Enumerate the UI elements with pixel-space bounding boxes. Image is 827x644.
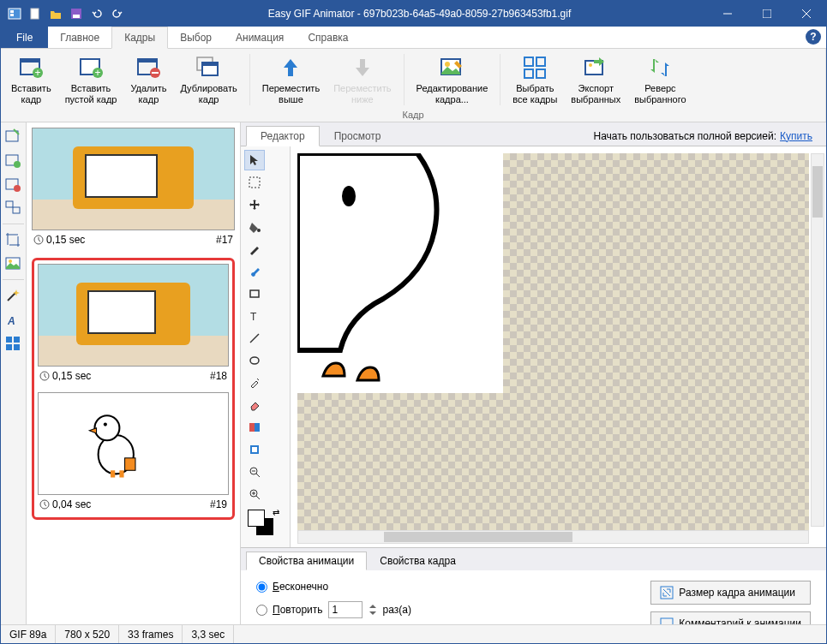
lt-wizard-icon[interactable] (3, 126, 23, 146)
ribbon-label: Переместить ниже (333, 83, 391, 105)
svg-rect-55 (249, 177, 260, 188)
svg-rect-27 (536, 57, 545, 66)
qat-open-icon[interactable] (47, 5, 64, 22)
lt-remove-frame-icon[interactable] (3, 174, 23, 194)
eyedropper-tool[interactable] (244, 373, 265, 393)
editor-tabs: Редактор Просмотр Начать пользоваться по… (241, 122, 826, 146)
statusbar: GIF 89a 780 x 520 33 frames 3,3 sec (1, 624, 826, 643)
clock-icon (39, 371, 50, 381)
select-all-frames-button[interactable]: Выбрать все кадры (506, 51, 564, 109)
minimize-button[interactable] (708, 1, 747, 27)
ribbon: + Вставить кадр + Вставить пустой кадр У… (1, 49, 826, 122)
ribbon-label: Дублировать кадр (180, 83, 237, 105)
lt-magic-icon[interactable] (3, 285, 23, 306)
svg-rect-28 (524, 69, 533, 78)
frame-size-button[interactable]: Размер кадра анимации (650, 581, 811, 605)
vertical-scrollbar[interactable] (811, 153, 824, 527)
qat-redo-icon[interactable] (109, 5, 126, 22)
svg-rect-52 (120, 470, 124, 477)
svg-rect-29 (536, 69, 545, 78)
lt-frames-icon[interactable] (3, 198, 23, 218)
tab-frame-props[interactable]: Свойства кадра (367, 552, 469, 570)
foreground-color[interactable] (248, 510, 265, 527)
ribbon-label: Переместить выше (262, 83, 320, 105)
frame-item[interactable]: 0,15 sec #17 (32, 128, 235, 249)
swap-colors-icon[interactable]: ⇄ (273, 508, 279, 517)
clock-icon (39, 499, 50, 510)
zoom-out-tool[interactable] (244, 462, 265, 482)
tab-preview[interactable]: Просмотр (320, 126, 396, 146)
pointer-tool[interactable] (244, 150, 265, 170)
duplicate-frame-button[interactable]: Дублировать кадр (173, 51, 243, 109)
insert-frame-button[interactable]: + Вставить кадр (4, 51, 58, 109)
frame-index: #17 (216, 234, 233, 246)
export-icon (582, 54, 609, 81)
tab-animation-props[interactable]: Свойства анимации (246, 552, 367, 570)
eraser-tool[interactable] (244, 395, 265, 415)
maximize-button[interactable] (747, 1, 787, 27)
effect1-tool[interactable] (244, 417, 265, 438)
delete-frame-button[interactable]: Удалить кадр (123, 51, 173, 109)
close-button[interactable] (787, 1, 826, 27)
lt-image-icon[interactable] (3, 253, 23, 274)
effect2-tool[interactable] (244, 439, 265, 460)
qat-undo-icon[interactable] (88, 5, 105, 22)
brush-tool[interactable] (244, 261, 265, 282)
infinite-radio[interactable]: Бесконечно (256, 581, 416, 593)
tab-animation[interactable]: Анимация (224, 27, 296, 48)
infinite-radio-input[interactable] (256, 581, 267, 593)
frame-item-selected[interactable]: 0,15 sec #18 0,04 sec #19 (32, 258, 235, 520)
line-tool[interactable] (244, 328, 265, 349)
ribbon-label: Вставить пустой кадр (65, 83, 117, 105)
repeat-count-input[interactable]: 1 (328, 601, 363, 618)
frame-delete-icon (135, 54, 162, 81)
tab-selection[interactable]: Выбор (168, 27, 224, 48)
lt-add-frame-icon[interactable] (3, 150, 23, 170)
zoom-in-tool[interactable] (244, 484, 265, 504)
help-icon[interactable]: ? (806, 29, 821, 45)
svg-rect-26 (524, 57, 533, 66)
move-down-button[interactable]: Переместить ниже (327, 51, 398, 109)
buy-link[interactable]: Купить (780, 130, 812, 142)
text-tool[interactable]: T (244, 306, 265, 326)
svg-rect-61 (249, 423, 255, 432)
qat-save-icon[interactable] (68, 5, 85, 22)
tab-frames[interactable]: Кадры (111, 27, 168, 49)
fill-tool[interactable] (244, 217, 265, 237)
svg-line-71 (256, 496, 260, 499)
tab-editor[interactable]: Редактор (246, 126, 320, 146)
file-tab[interactable]: File (1, 27, 48, 48)
canvas[interactable] (291, 146, 826, 547)
qat-app-icon[interactable] (6, 5, 23, 22)
tab-help[interactable]: Справка (296, 27, 360, 48)
lt-crop-icon[interactable] (3, 230, 23, 250)
svg-rect-57 (250, 290, 259, 297)
frame-thumbnail (32, 128, 235, 230)
lt-text-icon[interactable]: A (3, 309, 23, 330)
color-swatches[interactable]: ⇄ (244, 506, 286, 544)
times-label: раз(а) (383, 604, 411, 616)
marquee-tool[interactable] (244, 172, 265, 193)
move-up-icon (277, 54, 304, 81)
qat-new-icon[interactable] (27, 5, 44, 22)
frames-panel[interactable]: 0,15 sec #17 0,15 sec #18 0,04 sec #19 (27, 122, 241, 624)
tab-main[interactable]: Главное (48, 27, 111, 48)
comment-button[interactable]: Комментарий к анимации (650, 611, 811, 624)
insert-blank-frame-button[interactable]: + Вставить пустой кадр (58, 51, 124, 109)
repeat-radio-input[interactable] (256, 605, 267, 616)
lt-grid-icon[interactable] (3, 333, 23, 354)
pencil-tool[interactable] (244, 239, 265, 259)
edit-frame-button[interactable]: Редактирование кадра... (410, 51, 495, 109)
horizontal-scrollbar[interactable] (297, 530, 809, 544)
rect-tool[interactable] (244, 283, 265, 304)
frame-time: 0,15 sec (33, 234, 85, 246)
spinner-arrows-icon[interactable] (368, 601, 378, 618)
move-tool[interactable] (244, 194, 265, 215)
repeat-radio[interactable]: Повторить 1 раз(а) (256, 601, 416, 618)
export-selected-button[interactable]: Экспорт выбранных (564, 51, 627, 109)
ellipse-tool[interactable] (244, 350, 265, 371)
svg-rect-37 (6, 201, 13, 207)
svg-point-25 (445, 62, 450, 67)
move-up-button[interactable]: Переместить выше (255, 51, 327, 109)
reverse-selected-button[interactable]: Реверс выбранного (627, 51, 692, 109)
